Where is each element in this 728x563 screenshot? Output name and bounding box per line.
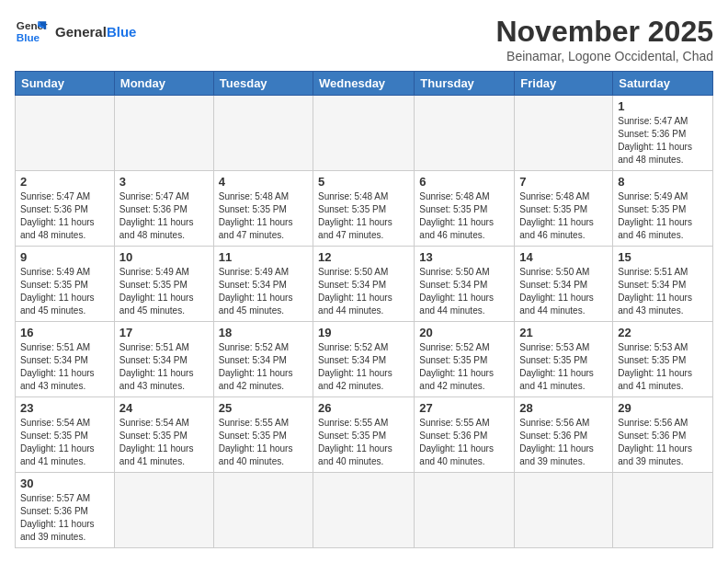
calendar-cell — [114, 473, 213, 548]
calendar-cell: 17Sunrise: 5:51 AM Sunset: 5:34 PM Dayli… — [114, 322, 213, 397]
day-info: Sunrise: 5:47 AM Sunset: 5:36 PM Dayligh… — [119, 190, 209, 242]
calendar-week-2: 2Sunrise: 5:47 AM Sunset: 5:36 PM Daylig… — [16, 171, 713, 247]
day-info: Sunrise: 5:48 AM Sunset: 5:35 PM Dayligh… — [219, 190, 308, 242]
day-info: Sunrise: 5:51 AM Sunset: 5:34 PM Dayligh… — [20, 341, 109, 393]
header: General Blue GeneralBlue November 2025 B… — [15, 15, 713, 63]
day-info: Sunrise: 5:55 AM Sunset: 5:35 PM Dayligh… — [318, 417, 409, 468]
weekday-header-sunday: Sunday — [16, 72, 115, 96]
calendar-cell: 14Sunrise: 5:50 AM Sunset: 5:34 PM Dayli… — [515, 247, 613, 322]
calendar-cell: 28Sunrise: 5:56 AM Sunset: 5:36 PM Dayli… — [515, 397, 613, 473]
day-number: 20 — [419, 326, 509, 339]
location-subtitle: Beinamar, Logone Occidental, Chad — [495, 49, 713, 63]
calendar-cell — [114, 96, 213, 171]
calendar-cell: 16Sunrise: 5:51 AM Sunset: 5:34 PM Dayli… — [16, 322, 115, 397]
day-info: Sunrise: 5:48 AM Sunset: 5:35 PM Dayligh… — [519, 190, 608, 242]
day-number: 28 — [519, 401, 608, 415]
day-number: 14 — [519, 250, 608, 264]
calendar-cell: 8Sunrise: 5:49 AM Sunset: 5:35 PM Daylig… — [613, 171, 713, 247]
calendar-cell: 20Sunrise: 5:52 AM Sunset: 5:35 PM Dayli… — [415, 322, 515, 397]
calendar-cell: 12Sunrise: 5:50 AM Sunset: 5:34 PM Dayli… — [313, 247, 415, 322]
day-info: Sunrise: 5:54 AM Sunset: 5:35 PM Dayligh… — [119, 417, 209, 468]
day-info: Sunrise: 5:49 AM Sunset: 5:35 PM Dayligh… — [618, 190, 708, 242]
day-info: Sunrise: 5:48 AM Sunset: 5:35 PM Dayligh… — [419, 190, 509, 242]
day-number: 19 — [318, 326, 409, 339]
calendar-cell: 26Sunrise: 5:55 AM Sunset: 5:35 PM Dayli… — [313, 397, 415, 473]
day-number: 21 — [519, 326, 608, 339]
day-info: Sunrise: 5:50 AM Sunset: 5:34 PM Dayligh… — [519, 266, 608, 317]
logo: General Blue GeneralBlue — [15, 15, 136, 48]
calendar-cell: 1Sunrise: 5:47 AM Sunset: 5:36 PM Daylig… — [613, 96, 713, 171]
calendar-cell: 15Sunrise: 5:51 AM Sunset: 5:34 PM Dayli… — [613, 247, 713, 322]
calendar-cell — [213, 473, 313, 548]
weekday-header-friday: Friday — [515, 72, 613, 96]
calendar-cell: 25Sunrise: 5:55 AM Sunset: 5:35 PM Dayli… — [213, 397, 313, 473]
day-info: Sunrise: 5:51 AM Sunset: 5:34 PM Dayligh… — [119, 341, 209, 393]
day-number: 18 — [219, 326, 308, 339]
calendar-cell: 3Sunrise: 5:47 AM Sunset: 5:36 PM Daylig… — [114, 171, 213, 247]
calendar-cell: 2Sunrise: 5:47 AM Sunset: 5:36 PM Daylig… — [16, 171, 115, 247]
day-number: 4 — [219, 175, 308, 189]
calendar-cell: 6Sunrise: 5:48 AM Sunset: 5:35 PM Daylig… — [415, 171, 515, 247]
calendar-cell — [415, 473, 515, 548]
day-info: Sunrise: 5:51 AM Sunset: 5:34 PM Dayligh… — [618, 266, 708, 317]
logo-icon: General Blue — [15, 15, 48, 48]
calendar-cell: 30Sunrise: 5:57 AM Sunset: 5:36 PM Dayli… — [16, 473, 115, 548]
calendar-cell — [313, 96, 415, 171]
calendar-cell: 9Sunrise: 5:49 AM Sunset: 5:35 PM Daylig… — [16, 247, 115, 322]
calendar-cell — [415, 96, 515, 171]
calendar-cell: 13Sunrise: 5:50 AM Sunset: 5:34 PM Dayli… — [415, 247, 515, 322]
day-info: Sunrise: 5:56 AM Sunset: 5:36 PM Dayligh… — [519, 417, 608, 468]
title-block: November 2025 Beinamar, Logone Occidenta… — [495, 15, 713, 63]
calendar-cell — [313, 473, 415, 548]
calendar-cell — [515, 96, 613, 171]
calendar-cell: 22Sunrise: 5:53 AM Sunset: 5:35 PM Dayli… — [613, 322, 713, 397]
day-info: Sunrise: 5:52 AM Sunset: 5:34 PM Dayligh… — [219, 341, 308, 393]
logo-text: GeneralBlue — [55, 24, 136, 40]
calendar-cell: 21Sunrise: 5:53 AM Sunset: 5:35 PM Dayli… — [515, 322, 613, 397]
calendar-week-6: 30Sunrise: 5:57 AM Sunset: 5:36 PM Dayli… — [16, 473, 713, 548]
calendar-week-4: 16Sunrise: 5:51 AM Sunset: 5:34 PM Dayli… — [16, 322, 713, 397]
calendar-cell: 23Sunrise: 5:54 AM Sunset: 5:35 PM Dayli… — [16, 397, 115, 473]
day-number: 26 — [318, 401, 409, 415]
day-info: Sunrise: 5:54 AM Sunset: 5:35 PM Dayligh… — [20, 417, 109, 468]
calendar-cell: 29Sunrise: 5:56 AM Sunset: 5:36 PM Dayli… — [613, 397, 713, 473]
weekday-header-row: SundayMondayTuesdayWednesdayThursdayFrid… — [16, 72, 713, 96]
day-info: Sunrise: 5:49 AM Sunset: 5:35 PM Dayligh… — [20, 266, 109, 317]
calendar-week-5: 23Sunrise: 5:54 AM Sunset: 5:35 PM Dayli… — [16, 397, 713, 473]
day-number: 2 — [20, 175, 109, 189]
calendar-cell: 10Sunrise: 5:49 AM Sunset: 5:35 PM Dayli… — [114, 247, 213, 322]
weekday-header-saturday: Saturday — [613, 72, 713, 96]
day-number: 27 — [419, 401, 509, 415]
day-number: 25 — [219, 401, 308, 415]
day-number: 23 — [20, 401, 109, 415]
calendar-cell: 27Sunrise: 5:55 AM Sunset: 5:36 PM Dayli… — [415, 397, 515, 473]
day-number: 15 — [618, 250, 708, 264]
calendar-cell: 7Sunrise: 5:48 AM Sunset: 5:35 PM Daylig… — [515, 171, 613, 247]
day-number: 30 — [20, 477, 109, 490]
day-number: 22 — [618, 326, 708, 339]
day-info: Sunrise: 5:53 AM Sunset: 5:35 PM Dayligh… — [519, 341, 608, 393]
calendar-cell — [213, 96, 313, 171]
weekday-header-tuesday: Tuesday — [213, 72, 313, 96]
weekday-header-monday: Monday — [114, 72, 213, 96]
day-number: 29 — [618, 401, 708, 415]
day-info: Sunrise: 5:52 AM Sunset: 5:35 PM Dayligh… — [419, 341, 509, 393]
day-info: Sunrise: 5:53 AM Sunset: 5:35 PM Dayligh… — [618, 341, 708, 393]
day-number: 17 — [119, 326, 209, 339]
day-number: 6 — [419, 175, 509, 189]
day-number: 13 — [419, 250, 509, 264]
calendar-cell: 18Sunrise: 5:52 AM Sunset: 5:34 PM Dayli… — [213, 322, 313, 397]
weekday-header-wednesday: Wednesday — [313, 72, 415, 96]
day-info: Sunrise: 5:57 AM Sunset: 5:36 PM Dayligh… — [20, 492, 109, 544]
day-number: 11 — [219, 250, 308, 264]
day-number: 3 — [119, 175, 209, 189]
svg-text:Blue: Blue — [17, 31, 40, 43]
calendar-cell: 24Sunrise: 5:54 AM Sunset: 5:35 PM Dayli… — [114, 397, 213, 473]
calendar-cell: 19Sunrise: 5:52 AM Sunset: 5:34 PM Dayli… — [313, 322, 415, 397]
day-info: Sunrise: 5:50 AM Sunset: 5:34 PM Dayligh… — [419, 266, 509, 317]
day-number: 9 — [20, 250, 109, 264]
day-number: 8 — [618, 175, 708, 189]
calendar-cell: 5Sunrise: 5:48 AM Sunset: 5:35 PM Daylig… — [313, 171, 415, 247]
calendar-cell: 11Sunrise: 5:49 AM Sunset: 5:34 PM Dayli… — [213, 247, 313, 322]
calendar-cell — [613, 473, 713, 548]
